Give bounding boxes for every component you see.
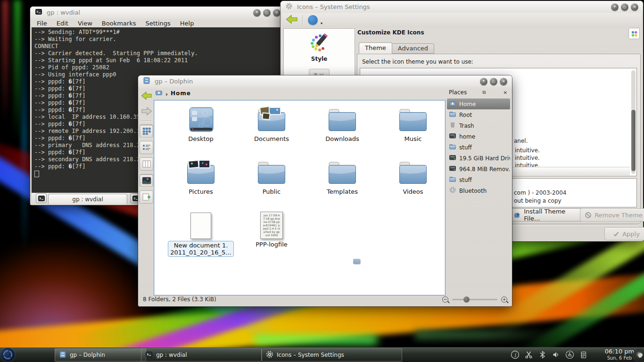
back-icon[interactable] [140, 90, 153, 102]
file-item-label: Downloads [325, 135, 359, 142]
select-theme-label: Select the icon theme you want to use: [362, 58, 473, 65]
place-label: stuff [459, 177, 472, 183]
desktop: gp : wvdial FileEditViewBookmarksSetting… [0, 0, 644, 362]
details-view-icon[interactable] [140, 141, 153, 154]
place-964-8-mib-remov-[interactable]: 964.8 MiB Remov... [447, 164, 510, 174]
trash-icon [449, 121, 456, 130]
usb-icon[interactable] [565, 350, 574, 360]
maximize-button[interactable] [263, 9, 271, 16]
dolphin-titlebar[interactable]: gp – Dolphin [138, 75, 512, 87]
tab-theme[interactable]: Theme [359, 42, 392, 54]
ss-tabs: Theme Advanced [359, 42, 434, 54]
icons-view-icon[interactable] [140, 124, 153, 138]
file-item-new-document-1-[interactable]: New document 1.2011_01_20_16_5... [165, 210, 236, 263]
folder-home-icon[interactable] [155, 89, 163, 98]
ss-titlebar[interactable]: Icons – System Settings [281, 1, 643, 13]
dolphin-icon [59, 351, 66, 360]
menu-settings[interactable]: Settings [145, 20, 170, 27]
file-item-label: Pictures [189, 188, 213, 195]
konsole-titlebar[interactable]: gp : wvdial [30, 7, 285, 18]
panel-cashew-icon[interactable] [633, 348, 644, 362]
chevron-down-icon[interactable]: ▾ [321, 21, 322, 25]
launcher-logo-icon[interactable] [1, 348, 15, 362]
place-label: 964.8 MiB Remov... [459, 166, 510, 173]
file-item-downloads[interactable]: Downloads [307, 104, 378, 157]
folder-icon [186, 157, 216, 186]
file-item-videos[interactable]: Videos [378, 157, 448, 210]
battery-icon[interactable] [578, 350, 588, 360]
forward-icon[interactable] [140, 105, 153, 117]
maximize-button[interactable] [621, 3, 628, 11]
install-theme-button[interactable]: Install Theme File... [509, 208, 586, 222]
split-view-icon[interactable] [140, 190, 153, 204]
preview-icon[interactable] [140, 174, 153, 187]
file-item-desktop[interactable]: Desktop [165, 104, 236, 157]
maximize-button[interactable] [490, 78, 497, 85]
minimize-button[interactable] [253, 9, 261, 16]
zoom-slider-handle[interactable] [463, 296, 470, 303]
place-19-5-gib-hard-drive[interactable]: 19.5 GiB Hard Drive [447, 153, 510, 164]
place-label: stuff [459, 144, 472, 151]
back-button[interactable] [286, 14, 298, 26]
task-gear[interactable]: Icons – System Settings [262, 348, 402, 362]
zoom-in-icon[interactable]: + [501, 296, 507, 303]
place-stuff[interactable]: stuff [447, 174, 510, 185]
folder-icon [256, 157, 287, 186]
place-root[interactable]: Root [447, 109, 510, 120]
file-preview: Jan 17 09:47:18 gp-Aspire-5738 pppd[1946… [260, 212, 283, 239]
place-label: Root [459, 112, 472, 118]
klipper-scissors-icon[interactable] [524, 350, 533, 360]
close-button[interactable] [500, 78, 507, 85]
taskbar: gp – Dolphingp : wvdialIcons – System Se… [0, 347, 644, 362]
menu-bookmarks[interactable]: Bookmarks [102, 20, 136, 27]
bluetooth-icon[interactable] [537, 350, 547, 360]
list-text-fragment: anel. [514, 138, 528, 144]
task-dolphin[interactable]: gp – Dolphin [55, 348, 146, 362]
menu-view[interactable]: View [78, 20, 92, 27]
overview-icon[interactable] [628, 28, 640, 39]
place-home[interactable]: Home [447, 99, 510, 109]
konsole-tab[interactable]: gp : wvdial [48, 194, 127, 204]
drive-icon [449, 154, 456, 163]
info-icon[interactable]: i [510, 350, 520, 360]
place-stuff[interactable]: stuff [447, 142, 510, 153]
file-item-pictures[interactable]: Pictures [165, 157, 236, 210]
place-trash[interactable]: Trash [447, 120, 510, 131]
scrollbar[interactable] [631, 70, 636, 174]
help-icon[interactable] [308, 15, 318, 25]
place-label: Home [459, 101, 476, 107]
toolbar-separator [141, 121, 152, 121]
tab-advanced[interactable]: Advanced [392, 43, 434, 54]
breadcrumb-home[interactable]: Home [171, 90, 191, 97]
close-panel-icon[interactable]: ✕ [502, 90, 509, 95]
float-panel-icon[interactable]: ⧉ [480, 90, 487, 95]
task-label: gp – Dolphin [70, 352, 105, 358]
minimize-button[interactable] [480, 78, 487, 85]
menu-help[interactable]: Help [180, 20, 194, 27]
breadcrumb-separator [165, 89, 168, 98]
task-terminal[interactable]: gp : wvdial [141, 348, 262, 362]
close-button[interactable] [273, 9, 281, 16]
sidebar-item-style[interactable]: Style [284, 29, 355, 83]
columns-view-icon[interactable] [140, 157, 153, 171]
description-fragment: com ) - 2003-2004 [514, 189, 567, 196]
zoom-out-icon[interactable]: − [442, 296, 448, 303]
place-bluetooth[interactable]: Bluetooth [447, 185, 510, 196]
scrollbar-handle[interactable] [631, 110, 636, 171]
drive-icon [449, 132, 456, 141]
minimize-button[interactable] [611, 3, 619, 11]
place-home[interactable]: home [447, 131, 510, 142]
menu-file[interactable]: File [37, 20, 47, 27]
file-item-documents[interactable]: Documents [236, 104, 307, 157]
dolphin-window-title: gp – Dolphin [155, 78, 193, 85]
file-item-templates[interactable]: Templates [307, 157, 378, 210]
new-tab-button[interactable] [36, 193, 47, 203]
menu-edit[interactable]: Edit [57, 20, 68, 27]
zoom-slider[interactable] [452, 299, 497, 300]
volume-icon[interactable] [551, 350, 561, 360]
file-item-music[interactable]: Music [378, 104, 448, 157]
dolphin-file-view[interactable]: DesktopDocumentsDownloadsMusicPicturesPu… [154, 100, 446, 296]
file-item-ppp-logfile[interactable]: Jan 17 09:47:18 gp-Aspire-5738 pppd[1946… [236, 210, 307, 263]
close-button[interactable] [631, 3, 638, 11]
file-item-public[interactable]: Public [236, 157, 307, 210]
